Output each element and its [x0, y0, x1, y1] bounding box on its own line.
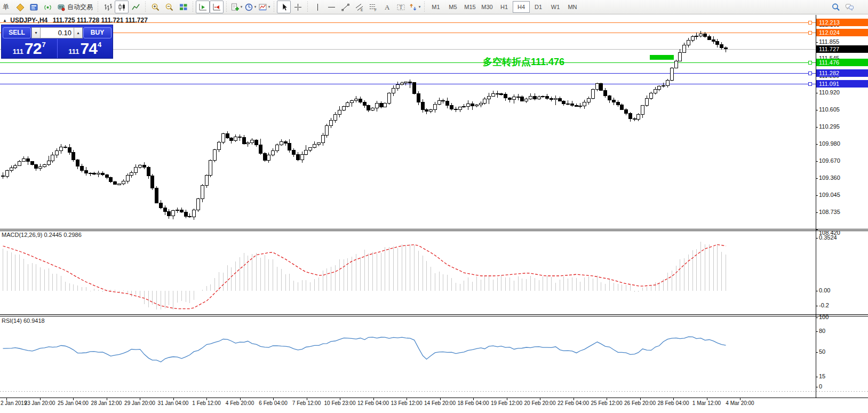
zoom-in-button[interactable] [148, 1, 162, 13]
buy-price-big: 74 [81, 39, 97, 58]
volume-input[interactable] [41, 27, 74, 38]
crosshair-button[interactable] [291, 1, 305, 13]
toolbar-separator [191, 2, 195, 12]
auto-scroll-button[interactable] [196, 1, 210, 13]
equidistant-channel-button[interactable]: E [352, 1, 366, 13]
time-axis-label: 4 Feb 20:00 [226, 400, 254, 406]
toolbar-separator [96, 2, 100, 12]
time-axis-label: 29 Jan 20:00 [124, 400, 155, 406]
autotrading-button[interactable]: 自动交易 [54, 1, 95, 13]
time-axis-label: 13 Feb 12:00 [391, 400, 423, 406]
timeframe-m15-button[interactable]: M15 [461, 1, 479, 13]
fibonacci-button[interactable]: F [366, 1, 380, 13]
time-axis-label: 25 Feb 12:00 [591, 400, 623, 406]
pivot-annotation[interactable]: 多空转折点111.476 [483, 55, 564, 68]
chart-canvas[interactable] [0, 15, 868, 413]
line-chart-button[interactable] [129, 1, 142, 13]
time-axis-label: 26 Feb 20:00 [624, 400, 656, 406]
volume-spinner: ▾ ▴ [31, 27, 83, 38]
current-price-badge: 111.727 [816, 45, 868, 53]
sell-button[interactable]: SELL [3, 27, 31, 38]
svg-text:F: F [375, 7, 377, 11]
macd-label: MACD(12,26,9) 0.2445 0.2986 [2, 232, 82, 238]
vertical-line-button[interactable] [310, 1, 324, 13]
trend-line-button[interactable] [338, 1, 352, 13]
sell-price-display[interactable]: 111 72 7 [2, 39, 57, 58]
text-button[interactable]: A [380, 1, 394, 13]
chat-button[interactable] [842, 1, 856, 13]
volume-decrease-button[interactable]: ▾ [31, 27, 41, 38]
timeframe-m5-button[interactable]: M5 [444, 1, 461, 13]
rsi-tick-label: 80 [819, 328, 825, 334]
timeframe-h4-button[interactable]: H4 [513, 1, 530, 13]
cursor-button[interactable] [277, 1, 291, 13]
indicators-button[interactable]: ▾ [229, 1, 243, 13]
price-line-badge: 111.476 [816, 59, 868, 66]
new-order-button[interactable]: 单 [1, 1, 13, 13]
svg-text:T: T [399, 4, 402, 10]
bar-chart-button[interactable] [101, 1, 115, 13]
title-arrow-icon: ▲ [3, 18, 7, 23]
timeframe-m30-button[interactable]: M30 [479, 1, 496, 13]
horizontal-line-button[interactable] [324, 1, 338, 13]
buy-price-sup: 4 [98, 41, 101, 49]
time-axis-label: 20 Feb 20:00 [524, 400, 556, 406]
price-tick-label: 108.735 [819, 209, 840, 215]
price-line-badge: 111.282 [816, 69, 868, 77]
chevron-down-icon: ▾ [268, 5, 270, 9]
search-button[interactable] [829, 1, 842, 13]
arrows-button[interactable]: ▾ [408, 1, 421, 13]
rsi-tick-label: 0 [819, 383, 822, 390]
timeframe-w1-button[interactable]: W1 [547, 1, 564, 13]
time-axis-label: 10 Feb 23:00 [324, 400, 356, 406]
time-axis-label: 1 Feb 12:00 [192, 400, 220, 406]
price-tick-label: 109.980 [819, 140, 840, 147]
toolbar-separator [225, 2, 228, 12]
signal-button[interactable] [41, 1, 54, 13]
rsi-tick-label: 100 [819, 314, 829, 320]
periods-button[interactable]: ▾ [243, 1, 257, 13]
time-axis-label: 4 Mar 20:00 [726, 400, 754, 406]
templates-button[interactable]: ▾ [257, 1, 271, 13]
macd-tick-label: 0.00 [819, 287, 830, 293]
svg-text:E: E [361, 7, 363, 11]
time-axis-label: 19 Feb 12:00 [491, 400, 522, 406]
time-axis-label: 25 Jan 04:00 [58, 400, 89, 406]
price-tick-label: 110.605 [819, 106, 840, 113]
one-click-trading-panel: SELL ▾ ▴ BUY 111 72 7 111 74 4 [1, 25, 113, 59]
price-tick-label: 109.670 [819, 157, 840, 164]
rsi-label: RSI(14) 60.9418 [2, 317, 45, 324]
text-label-button[interactable]: T [394, 1, 408, 13]
sell-price-prefix: 111 [13, 47, 23, 55]
time-axis-label: 28 Jan 12:00 [91, 400, 122, 406]
profile-diamond-button[interactable] [13, 1, 27, 13]
candlestick-chart-button[interactable] [115, 1, 129, 13]
sell-price-sup: 7 [42, 41, 45, 49]
autotrading-label: 自动交易 [67, 3, 93, 12]
chart-shift-button[interactable] [210, 1, 224, 13]
macd-tick-label: 0.3524 [819, 234, 837, 241]
buy-price-display[interactable]: 111 74 4 [57, 39, 113, 58]
price-line-badge: 112.024 [816, 29, 868, 36]
chevron-down-icon: ▾ [241, 5, 243, 9]
time-axis-label: 18 Feb 04:00 [458, 400, 489, 406]
market-window-button[interactable] [27, 1, 41, 13]
zoom-out-button[interactable] [162, 1, 176, 13]
timeframe-m1-button[interactable]: M1 [427, 1, 444, 13]
timeframe-d1-button[interactable]: D1 [530, 1, 547, 13]
macd-tick-label: -0.2 [819, 302, 829, 308]
price-tick-label: 109.045 [819, 192, 840, 198]
main-toolbar: 单自动交易▾▾▾EFAT▾M1M5M15M30H1H4D1W1MN [0, 0, 868, 14]
volume-increase-button[interactable]: ▴ [74, 27, 83, 38]
timeframe-h1-button[interactable]: H1 [496, 1, 513, 13]
time-axis-label: 6 Feb 04:00 [259, 400, 287, 406]
price-tick-label: 111.855 [819, 38, 839, 45]
tile-windows-button[interactable] [176, 1, 190, 13]
time-axis-label: 31 Jan 04:00 [158, 400, 189, 406]
price-tick-label: 110.920 [819, 89, 840, 96]
time-axis-label: 22 Feb 04:00 [558, 400, 589, 406]
buy-button[interactable]: BUY [83, 27, 112, 38]
timeframe-mn-button[interactable]: MN [564, 1, 581, 13]
price-tick-label: 110.295 [819, 123, 840, 130]
toolbar-separator [306, 2, 309, 12]
